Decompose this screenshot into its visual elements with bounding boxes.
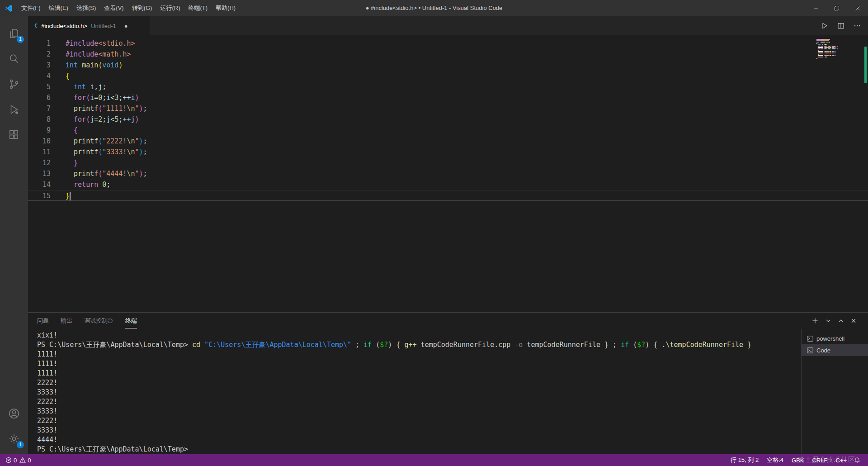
minimap-line bbox=[816, 43, 860, 44]
panel-body: xixi!PS C:\Users\王孖豪\AppData\Local\Temp>… bbox=[28, 329, 868, 454]
status-item[interactable]: CRLF bbox=[808, 457, 831, 464]
window-controls bbox=[806, 0, 868, 16]
line-content: #include<stdio.h> bbox=[51, 38, 135, 49]
editor-actions bbox=[821, 16, 868, 35]
panel-tab[interactable]: 终端 bbox=[125, 313, 137, 328]
close-window-button[interactable] bbox=[847, 0, 868, 16]
extensions-icon[interactable] bbox=[0, 122, 28, 147]
line-number[interactable]: 5 bbox=[28, 81, 51, 92]
line-number[interactable]: 4 bbox=[28, 71, 51, 81]
line-number[interactable]: 7 bbox=[28, 103, 51, 114]
code-line[interactable]: 3int main(void) bbox=[28, 60, 868, 71]
code-area: 1#include<stdio.h>2#include<math.h>3int … bbox=[28, 38, 868, 201]
terminal-line: 2222! bbox=[37, 397, 801, 407]
title-bar: 文件(F)编辑(E)选择(S)查看(V)转到(G)运行(R)终端(T)帮助(H)… bbox=[0, 0, 868, 16]
status-item[interactable]: 行 15, 列 2 bbox=[726, 456, 763, 464]
code-line[interactable]: 10 printf("2222!\n"); bbox=[28, 136, 868, 147]
line-number[interactable]: 12 bbox=[28, 157, 51, 168]
menu-item[interactable]: 文件(F) bbox=[17, 2, 45, 14]
minimap-line bbox=[816, 57, 860, 57]
minimize-button[interactable] bbox=[806, 0, 826, 16]
line-number[interactable]: 11 bbox=[28, 147, 51, 157]
status-item[interactable]: GBK bbox=[788, 457, 808, 464]
line-number[interactable]: 8 bbox=[28, 114, 51, 125]
line-number[interactable]: 14 bbox=[28, 179, 51, 190]
settings-gear-icon[interactable]: 1 bbox=[0, 426, 28, 452]
restore-button[interactable] bbox=[826, 0, 847, 16]
statusbar-items: 行 15, 列 2空格:4GBKCRLFC++ bbox=[726, 456, 851, 464]
dirty-indicator-icon[interactable]: ● bbox=[124, 23, 128, 29]
code-line[interactable]: 1#include<stdio.h> bbox=[28, 38, 868, 49]
code-line[interactable]: 8 for(j=2;j<5;++j) bbox=[28, 114, 868, 125]
line-number[interactable]: 6 bbox=[28, 92, 51, 103]
code-line[interactable]: 9 { bbox=[28, 125, 868, 136]
line-content: return 0; bbox=[51, 179, 110, 190]
menu-item[interactable]: 终端(T) bbox=[184, 2, 212, 14]
minimap-line bbox=[816, 39, 860, 40]
menu-item[interactable]: 帮助(H) bbox=[212, 2, 240, 14]
code-line[interactable]: 13 printf("4444!\n"); bbox=[28, 168, 868, 179]
terminal-dropdown-button[interactable] bbox=[826, 318, 831, 323]
explorer-icon[interactable]: 1 bbox=[0, 21, 28, 46]
line-number[interactable]: 13 bbox=[28, 168, 51, 179]
code-line[interactable]: 6 for(i=0;i<3;++i) bbox=[28, 92, 868, 103]
terminal-output[interactable]: xixi!PS C:\Users\王孖豪\AppData\Local\Temp>… bbox=[28, 329, 801, 454]
minimap[interactable] bbox=[816, 39, 860, 59]
line-content: { bbox=[51, 71, 70, 81]
new-terminal-button[interactable] bbox=[812, 318, 818, 324]
notifications-bell-icon[interactable] bbox=[851, 457, 863, 463]
menu-item[interactable]: 选择(S) bbox=[72, 2, 100, 14]
line-number[interactable]: 10 bbox=[28, 136, 51, 147]
line-number[interactable]: 9 bbox=[28, 125, 51, 136]
panel-tab[interactable]: 输出 bbox=[61, 313, 72, 328]
status-item[interactable]: 空格:4 bbox=[763, 456, 788, 464]
accounts-icon[interactable] bbox=[0, 401, 28, 426]
more-actions-button[interactable] bbox=[854, 22, 861, 29]
code-line[interactable]: 7 printf("1111!\n"); bbox=[28, 103, 868, 114]
status-item[interactable]: C++ bbox=[831, 457, 851, 464]
menu-bar: 文件(F)编辑(E)选择(S)查看(V)转到(G)运行(R)终端(T)帮助(H) bbox=[17, 0, 240, 16]
activity-bar: 1 bbox=[0, 16, 28, 454]
code-line[interactable]: 14 return 0; bbox=[28, 179, 868, 190]
minimap-line bbox=[816, 40, 860, 41]
maximize-panel-button[interactable] bbox=[838, 318, 844, 323]
vscode-logo-icon[interactable] bbox=[0, 4, 17, 12]
code-line[interactable]: 4{ bbox=[28, 71, 868, 81]
line-content: } bbox=[51, 157, 78, 168]
minimap-line bbox=[816, 58, 860, 59]
problems-summary[interactable]: 0 0 bbox=[5, 457, 31, 464]
terminal-list-item[interactable]: powershell bbox=[802, 333, 868, 344]
run-debug-icon[interactable] bbox=[0, 97, 28, 122]
line-content: printf("3333!\n"); bbox=[51, 147, 147, 157]
code-line[interactable]: 2#include<math.h> bbox=[28, 49, 868, 60]
close-panel-button[interactable] bbox=[851, 318, 856, 323]
cpp-file-icon: C bbox=[34, 23, 38, 29]
menu-item[interactable]: 编辑(E) bbox=[45, 2, 72, 14]
line-number[interactable]: 15 bbox=[28, 190, 51, 200]
line-content: for(j=2;j<5;++j) bbox=[51, 114, 139, 125]
search-icon[interactable] bbox=[0, 46, 28, 71]
code-line[interactable]: 15} bbox=[28, 190, 868, 201]
panel-header: 问题输出调试控制台终端 bbox=[28, 313, 868, 329]
menu-item[interactable]: 运行(R) bbox=[156, 2, 184, 14]
line-number[interactable]: 1 bbox=[28, 38, 51, 49]
code-line[interactable]: 11 printf("3333!\n"); bbox=[28, 147, 868, 157]
line-content: printf("2222!\n"); bbox=[51, 136, 147, 147]
run-code-button[interactable] bbox=[821, 22, 828, 29]
terminal-line: 1111! bbox=[37, 359, 801, 369]
terminal-list-item[interactable]: Code bbox=[802, 344, 868, 356]
panel-tab[interactable]: 问题 bbox=[37, 313, 49, 328]
bottom-panel: 问题输出调试控制台终端 bbox=[28, 312, 868, 454]
split-editor-button[interactable] bbox=[837, 22, 844, 29]
panel-tab[interactable]: 调试控制台 bbox=[84, 313, 113, 328]
editor-tab[interactable]: C #include<stdio.h> Untitled-1 ● bbox=[28, 16, 150, 35]
code-line[interactable]: 5 int i,j; bbox=[28, 81, 868, 92]
menu-item[interactable]: 转到(G) bbox=[128, 2, 156, 14]
line-content: printf("1111!\n"); bbox=[51, 103, 147, 114]
code-line[interactable]: 12 } bbox=[28, 157, 868, 168]
source-control-icon[interactable] bbox=[0, 71, 28, 97]
line-number[interactable]: 3 bbox=[28, 60, 51, 71]
menu-item[interactable]: 查看(V) bbox=[100, 2, 127, 14]
code-editor[interactable]: 1#include<stdio.h>2#include<math.h>3int … bbox=[28, 35, 868, 312]
line-number[interactable]: 2 bbox=[28, 49, 51, 60]
